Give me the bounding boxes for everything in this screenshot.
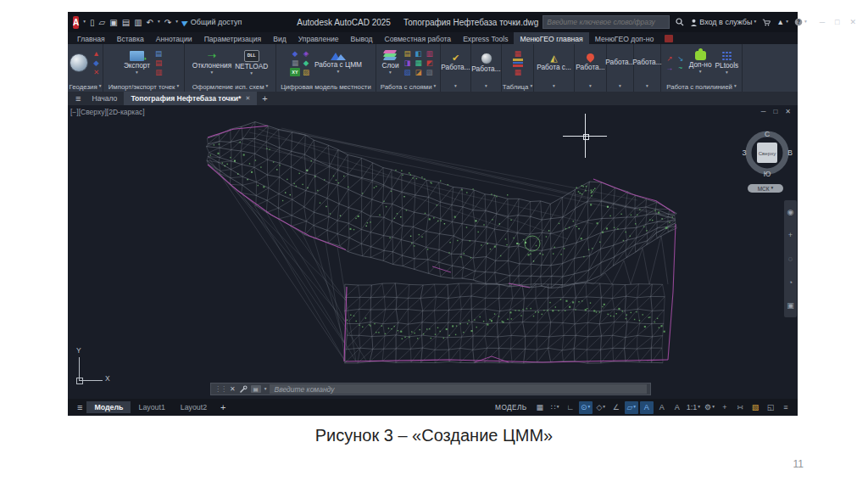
tab-совместная-работа[interactable]: Совместная работа <box>378 32 457 44</box>
osnap-tracking-icon[interactable]: ∠ <box>609 401 623 414</box>
table-grid-icon[interactable]: ▦ <box>513 68 523 76</box>
tab-аннотации[interactable]: Аннотации <box>150 32 198 44</box>
recent-commands-arrow-icon[interactable]: ▾ <box>264 387 267 392</box>
work-button-6[interactable]: Работа... <box>632 59 661 66</box>
points-list-icon[interactable]: ▥ <box>153 68 164 76</box>
net-icon[interactable]: ▦ <box>290 59 300 67</box>
layer-tool-icon[interactable]: ▦ <box>414 59 424 67</box>
tin-icon[interactable]: ◆ <box>290 49 300 58</box>
point-file-buttons[interactable]: ▤ ▤ ▥ <box>153 49 164 76</box>
tab-bar-extra-icon[interactable] <box>665 35 673 42</box>
grid-icon[interactable]: ▦ <box>533 401 547 414</box>
table-rows-icon[interactable] <box>513 59 523 67</box>
layer-tool-icon[interactable]: ◪ <box>414 68 424 76</box>
panel-table-label[interactable]: Таблица▾ <box>502 81 533 92</box>
polyline-tool-icon[interactable]: ↘ <box>676 54 686 63</box>
panel-work-6-flyout[interactable]: ▾ <box>634 81 660 92</box>
recent-commands-icon[interactable]: ▤ <box>251 385 261 393</box>
points-icon[interactable]: ◆ <box>301 59 311 67</box>
isometric-drafting-icon[interactable]: ◇▾ <box>594 401 608 414</box>
file-tab-menu-icon[interactable]: ≡ <box>75 93 81 104</box>
help-search-box[interactable] <box>542 15 670 29</box>
redo-icon-arrow[interactable]: ▾ <box>175 20 178 25</box>
dtm-mini-buttons[interactable]: ◆ ◈ ▦ ◆ XY ▨ <box>290 49 311 76</box>
new-drawing-button[interactable]: + <box>262 93 267 104</box>
level-icon[interactable]: ◆ <box>92 59 102 67</box>
tab-менюгео-доп-но[interactable]: МенюГЕО доп-но <box>589 32 660 44</box>
panel-schemes-label[interactable]: Оформление исп. схем▾ <box>185 81 275 92</box>
command-input[interactable]: Введите команду <box>270 384 647 394</box>
layer-tool-icon[interactable]: ◩ <box>425 59 435 67</box>
tab-управление[interactable]: Управление <box>292 32 345 44</box>
layer-tool-icon[interactable]: ◧ <box>414 49 424 58</box>
new-file-icon[interactable]: ▯ <box>90 18 95 27</box>
import-points-icon[interactable]: ▤ <box>153 49 164 58</box>
app-menu-arrow-icon[interactable]: ▾ <box>83 20 86 25</box>
tab-главная[interactable]: Главная <box>71 32 111 44</box>
polar-tracking-icon[interactable]: ⊙▾ <box>579 401 593 414</box>
close-button[interactable]: ✕ <box>850 18 857 26</box>
station-icon[interactable]: ✕ <box>92 68 102 76</box>
polyline-mini-buttons[interactable]: ↗ ↘ → ~ <box>665 54 686 72</box>
surface-icon[interactable]: ◈ <box>301 49 311 58</box>
navigation-bar[interactable]: ◉+◌◔▣ <box>784 200 797 317</box>
save-icon[interactable]: ▣ <box>109 18 117 27</box>
tab-вид[interactable]: Вид <box>267 32 292 44</box>
panel-work-2-flyout[interactable]: ▾ <box>471 81 501 92</box>
panel-work-4-flyout[interactable]: ▾ <box>575 81 606 92</box>
snap-icon[interactable]: ∷▾ <box>548 401 562 414</box>
layer-tool-icon[interactable]: ▥ <box>425 49 435 58</box>
navigation-wheel-icon[interactable]: ◉ <box>787 208 794 216</box>
polyline-tool-icon[interactable]: → <box>665 64 675 72</box>
workspace-gear-icon[interactable]: ⚙▾ <box>703 401 716 414</box>
autoscale-icon[interactable]: A <box>655 401 669 414</box>
table-grid-icon[interactable]: ▦ <box>513 49 523 58</box>
search-input[interactable] <box>543 18 669 26</box>
file-tab-active[interactable]: Топография Нефтебаза точки* ✕ <box>124 92 257 105</box>
tab-параметризация[interactable]: Параметризация <box>198 32 268 44</box>
share-button[interactable]: ▶ Общий доступ <box>182 18 242 26</box>
panel-layers-label[interactable]: Работа с слоями▾ <box>376 81 440 92</box>
print-icon[interactable]: ▥ <box>134 18 142 27</box>
signin-button[interactable]: Вход в службы▾ <box>690 18 756 26</box>
netload-button[interactable]: DLL NETLOAD▾ <box>235 50 268 76</box>
deviations-button[interactable]: ➝ Отклонения▾ <box>192 51 231 76</box>
work-button-5[interactable]: Работа... <box>605 59 634 66</box>
customize-wrench-icon[interactable] <box>239 385 248 394</box>
layer-tool-icon[interactable]: ▧ <box>403 68 413 76</box>
ortho-icon[interactable]: ∟ <box>564 401 577 414</box>
model-space-label[interactable]: МОДЕЛЬ <box>495 403 527 411</box>
viewcube-ucs-button[interactable]: МСК▾ <box>748 184 783 193</box>
panel-geodesy-label[interactable]: Геодезия▾ <box>68 81 103 92</box>
geodesy-mini-buttons[interactable]: ▲ ◆ ✕ <box>92 49 102 76</box>
maximize-button[interactable]: □ <box>835 18 839 26</box>
undo-icon[interactable]: ↶ <box>147 18 153 27</box>
help-icon[interactable]: ? ▾ <box>794 18 807 26</box>
tab-express-tools[interactable]: Express Tools <box>457 32 514 44</box>
annotation-visibility-icon[interactable]: A <box>640 401 654 414</box>
panel-work-5-flyout[interactable]: ▾ <box>607 81 633 92</box>
quick-properties-icon[interactable]: ∺ <box>733 401 747 414</box>
panel-work-3-flyout[interactable]: ▾ <box>534 81 574 92</box>
plot-icon[interactable]: ▤ <box>122 18 130 27</box>
minimize-button[interactable]: ─ <box>820 18 825 26</box>
extra-button[interactable]: Доп-но▾ <box>689 51 712 75</box>
search-icon[interactable] <box>676 18 684 26</box>
panel-work-1-flyout[interactable]: ▾ <box>441 81 470 92</box>
open-file-icon[interactable]: ▱ <box>99 18 106 27</box>
geodesy-button[interactable] <box>70 53 88 72</box>
viewport-controls-label[interactable]: [−][Сверху][2D-каркас] <box>70 108 145 116</box>
annotation-scale-icon[interactable]: A <box>670 401 684 414</box>
layer-tool-icon[interactable]: ◨ <box>403 59 413 67</box>
pan-icon[interactable]: + <box>788 231 793 239</box>
view-cube[interactable]: С Ю З В Сверху <box>740 126 794 180</box>
showmotion-icon[interactable]: ▣ <box>787 301 794 310</box>
command-line-bar[interactable]: ⋮⋮ ✕ ▤ ▾ Введите команду <box>210 383 651 395</box>
viewport-minimize-icon[interactable]: ─ <box>761 108 766 115</box>
xy-icon[interactable]: XY <box>290 68 300 76</box>
work-button-4[interactable]: Работа... <box>576 53 604 71</box>
command-close-icon[interactable]: ✕ <box>230 385 236 393</box>
graphics-performance-icon[interactable]: ▧ <box>748 401 762 414</box>
new-layout-button[interactable]: + <box>220 402 225 412</box>
polyline-tool-icon[interactable]: ~ <box>676 64 686 72</box>
